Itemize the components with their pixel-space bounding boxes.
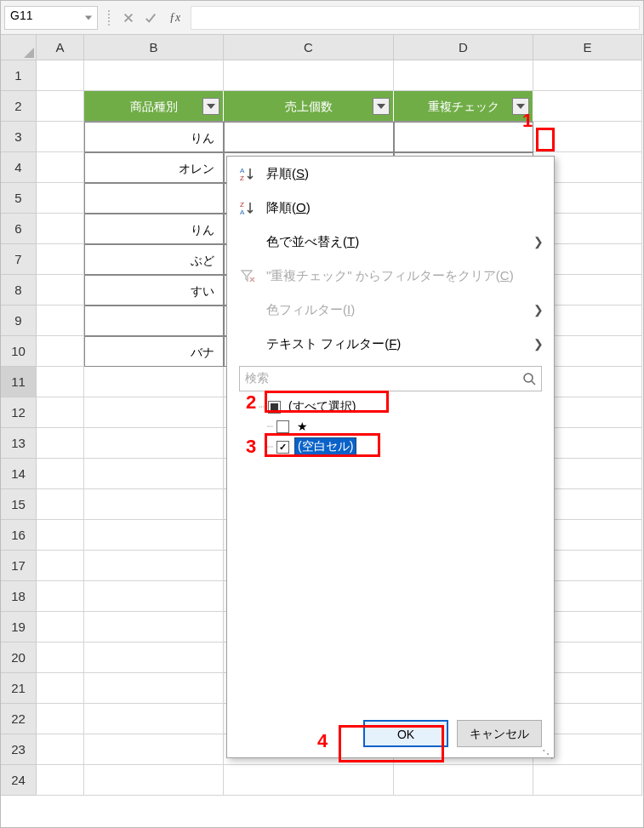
cell[interactable] [394,122,533,152]
cell[interactable] [37,152,84,183]
cell[interactable]: オレン [84,152,224,183]
cell[interactable] [84,551,224,581]
cell[interactable] [84,765,224,796]
ok-button[interactable]: OK [363,720,448,747]
checkbox-checked-icon[interactable] [276,441,289,454]
cell[interactable] [84,673,224,704]
row-header[interactable]: 14 [1,459,37,489]
filter-button[interactable] [202,98,219,115]
cell[interactable] [37,122,84,152]
cell[interactable] [84,367,224,397]
cell[interactable] [37,704,84,734]
cell[interactable] [37,581,84,612]
sort-asc-item[interactable]: AZ 昇順(S) [227,157,554,191]
cell[interactable] [84,489,224,520]
accept-formula-icon[interactable] [142,9,159,26]
resize-grip-icon[interactable] [542,745,552,756]
cell[interactable] [84,60,224,91]
cell[interactable] [84,612,224,642]
cell[interactable] [37,765,84,796]
checkbox-empty-icon[interactable] [276,420,289,433]
cell[interactable] [84,520,224,551]
cell[interactable]: 売上個数 [224,91,394,122]
cell[interactable] [37,673,84,704]
row-header[interactable]: 23 [1,734,37,765]
row-header[interactable]: 2 [1,91,37,122]
cell[interactable] [37,551,84,581]
text-filter-item[interactable]: テキスト フィルター(F) ❯ [227,327,554,361]
row-header[interactable]: 10 [1,336,37,367]
row-header[interactable]: 20 [1,642,37,673]
filter-search-input[interactable]: 検索 [239,366,542,391]
cell[interactable] [37,183,84,214]
cell[interactable]: すい [84,275,224,306]
cell[interactable] [37,642,84,673]
sort-by-color-item[interactable]: 色で並べ替え(T) ❯ [227,225,554,259]
cell[interactable] [224,122,394,152]
formula-input[interactable] [191,6,640,30]
col-header-D[interactable]: D [394,35,533,60]
fx-icon[interactable]: ƒx [169,11,180,25]
cell[interactable] [84,459,224,489]
checkbox-partial-icon[interactable] [268,401,281,414]
row-header[interactable]: 12 [1,397,37,428]
cell[interactable]: 商品種別 [84,91,224,122]
cell[interactable] [394,60,533,91]
row-header[interactable]: 13 [1,428,37,459]
row-header[interactable]: 6 [1,214,37,244]
cell[interactable]: りん [84,214,224,244]
cell[interactable] [84,734,224,765]
cell[interactable] [84,642,224,673]
cell[interactable] [533,122,642,152]
cell[interactable] [37,306,84,336]
cell[interactable] [84,704,224,734]
cell[interactable] [37,275,84,306]
row-header[interactable]: 21 [1,673,37,704]
cell[interactable]: りん [84,122,224,152]
cell[interactable] [394,765,533,796]
cell[interactable] [37,214,84,244]
cell[interactable] [84,183,224,214]
col-header-B[interactable]: B [84,35,224,60]
col-header-C[interactable]: C [224,35,394,60]
row-header[interactable]: 19 [1,612,37,642]
row-header[interactable]: 17 [1,551,37,581]
col-header-E[interactable]: E [533,35,642,60]
row-header[interactable]: 9 [1,306,37,336]
cell[interactable] [37,428,84,459]
row-header[interactable]: 15 [1,489,37,520]
cancel-button[interactable]: キャンセル [457,720,542,747]
cell[interactable] [84,581,224,612]
row-header[interactable]: 4 [1,152,37,183]
filter-item-select-all[interactable]: ⋯ (すべて選択) [253,397,542,417]
name-box[interactable]: G11 [4,6,98,30]
cell[interactable]: ぶど [84,244,224,275]
col-header-A[interactable]: A [37,35,84,60]
row-header[interactable]: 18 [1,581,37,612]
row-header[interactable]: 22 [1,704,37,734]
select-all-corner[interactable] [1,35,37,60]
filter-button[interactable] [373,98,390,115]
row-header[interactable]: 24 [1,765,37,796]
cell[interactable] [533,765,642,796]
row-header[interactable]: 7 [1,244,37,275]
filter-button[interactable] [512,98,529,115]
cell[interactable] [84,428,224,459]
cell[interactable] [37,520,84,551]
cell[interactable] [37,734,84,765]
cell[interactable] [37,489,84,520]
cell[interactable]: 重複チェック [394,91,533,122]
cell[interactable] [37,244,84,275]
cell[interactable] [37,397,84,428]
row-header[interactable]: 11 [1,367,37,397]
cell[interactable] [224,60,394,91]
cell[interactable] [84,397,224,428]
cell[interactable] [37,459,84,489]
cell[interactable] [84,306,224,336]
row-header[interactable]: 16 [1,520,37,551]
cell[interactable] [533,91,642,122]
cell[interactable]: バナ [84,336,224,367]
filter-item-star[interactable]: ⋯ ★ [261,417,542,436]
cell[interactable] [37,60,84,91]
cell[interactable] [224,765,394,796]
